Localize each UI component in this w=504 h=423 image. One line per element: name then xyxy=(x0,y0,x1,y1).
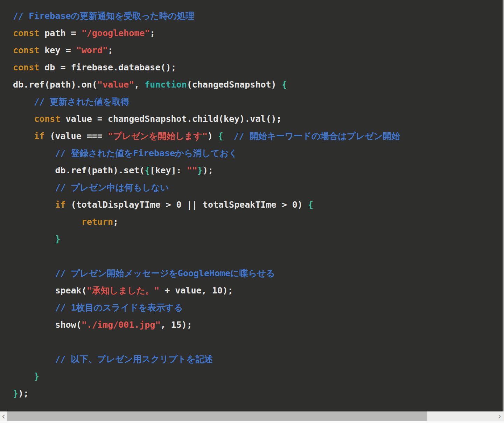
code-line[interactable]: const db = firebase.database(); xyxy=(13,59,501,76)
chevron-right-icon: › xyxy=(498,412,501,421)
code-line[interactable]: if (value === "プレゼンを開始します") { // 開始キーワード… xyxy=(13,127,501,145)
code-token: (value === xyxy=(44,131,108,141)
code-token: "プレゼンを開始します" xyxy=(108,131,208,141)
code-line[interactable] xyxy=(13,248,501,265)
code-token: , 15); xyxy=(160,320,192,330)
code-line[interactable]: } xyxy=(13,368,501,385)
code-line[interactable]: const value = changedSnapshot.child(key)… xyxy=(13,110,501,127)
code-token xyxy=(13,217,82,227)
code-token: show( xyxy=(13,320,82,330)
code-token xyxy=(223,131,234,141)
code-token: ); xyxy=(18,388,29,398)
code-token: } xyxy=(34,371,39,381)
code-token: return xyxy=(82,217,113,227)
code-token xyxy=(13,303,55,313)
code-line[interactable]: show("./img/001.jpg", 15); xyxy=(13,316,501,333)
code-line[interactable]: // Firebaseの更新通知を受取った時の処理 xyxy=(13,7,501,25)
code-token: [key]: xyxy=(150,165,187,175)
code-line[interactable]: } xyxy=(13,230,501,248)
code-line[interactable]: const key = "word"; xyxy=(13,42,501,59)
code-token: "word" xyxy=(76,45,108,55)
code-line[interactable]: db.ref(path).set({[key]: ""}); xyxy=(13,162,501,179)
code-line[interactable]: // プレゼン開始メッセージをGoogleHomeに喋らせる xyxy=(13,265,501,282)
code-token xyxy=(13,182,55,193)
scrollbar-thumb[interactable] xyxy=(7,411,427,421)
code-token xyxy=(13,354,55,364)
code-area[interactable]: // Firebaseの更新通知を受取った時の処理const path = "/… xyxy=(0,0,504,411)
scroll-left-button[interactable]: ‹ xyxy=(0,411,7,421)
code-token: const xyxy=(13,28,39,38)
code-token: } xyxy=(55,234,60,244)
horizontal-scrollbar[interactable]: ‹ › xyxy=(0,411,504,421)
code-token xyxy=(13,148,55,158)
code-token: ; xyxy=(108,45,113,55)
code-token xyxy=(13,268,55,278)
code-token: { xyxy=(218,131,223,141)
window-bottom-edge xyxy=(0,421,504,423)
code-token xyxy=(13,371,34,381)
code-token xyxy=(13,114,34,124)
code-token: // 更新された値を取得 xyxy=(34,97,130,107)
code-token xyxy=(13,200,55,210)
code-token: // プレゼン開始メッセージをGoogleHomeに喋らせる xyxy=(55,268,275,278)
code-token xyxy=(13,97,34,107)
code-line[interactable]: // 1枚目のスライドを表示する xyxy=(13,299,501,316)
code-token: path = xyxy=(39,28,81,38)
code-line[interactable]: return; xyxy=(13,213,501,230)
code-token: (changedSnapshot) xyxy=(187,79,282,90)
code-line[interactable]: }); xyxy=(13,385,501,402)
code-token: { xyxy=(308,200,313,210)
code-token xyxy=(13,131,34,141)
code-editor-window: // Firebaseの更新通知を受取った時の処理const path = "/… xyxy=(0,0,504,423)
code-token: ; xyxy=(113,217,118,227)
code-token: // 開始キーワードの場合はプレゼン開始 xyxy=(234,131,400,141)
code-token: "" xyxy=(187,165,197,175)
code-token: "value" xyxy=(97,79,134,90)
code-token: "承知しました。" xyxy=(87,285,159,296)
code-line[interactable]: const path = "/googlehome"; xyxy=(13,25,501,42)
code-token: const xyxy=(34,114,60,124)
code-token: ; xyxy=(150,28,155,38)
code-token: db.ref(path).on( xyxy=(13,79,97,90)
code-token: // 登録された値をFirebaseから消しておく xyxy=(55,148,237,158)
code-token: db.ref(path).set( xyxy=(13,165,145,175)
code-token: { xyxy=(145,165,150,175)
code-token: ); xyxy=(203,165,213,175)
code-token: "./img/001.jpg" xyxy=(82,320,161,330)
code-token: speak( xyxy=(13,285,87,296)
code-token: // 1枚目のスライドを表示する xyxy=(55,303,183,313)
code-token: const xyxy=(13,62,39,72)
code-token: + value, 10); xyxy=(159,285,233,296)
code-token: { xyxy=(282,79,287,90)
window-right-edge xyxy=(503,0,504,411)
code-line[interactable]: // プレゼン中は何もしない xyxy=(13,179,501,196)
code-line[interactable] xyxy=(13,333,501,351)
code-token: if xyxy=(55,200,65,210)
code-token: value = changedSnapshot.child(key).val()… xyxy=(60,114,281,124)
code-token: } xyxy=(13,388,18,398)
code-line[interactable]: // 登録された値をFirebaseから消しておく xyxy=(13,145,501,162)
code-token: (totalDisplayTIme > 0 || totalSpeakTIme … xyxy=(66,200,308,210)
code-token: const xyxy=(13,45,39,55)
code-token: function xyxy=(145,79,187,90)
code-token: // プレゼン中は何もしない xyxy=(55,182,169,193)
scrollbar-track[interactable]: › xyxy=(427,411,504,421)
chevron-left-icon: ‹ xyxy=(2,412,5,421)
code-line[interactable]: if (totalDisplayTIme > 0 || totalSpeakTI… xyxy=(13,196,501,213)
code-token: , xyxy=(134,79,145,90)
code-token: "/googlehome" xyxy=(82,28,150,38)
code-line[interactable]: // 以下、プレゼン用スクリプトを記述 xyxy=(13,351,501,368)
code-token: // Firebaseの更新通知を受取った時の処理 xyxy=(13,11,195,21)
code-token: if xyxy=(34,131,44,141)
code-line[interactable]: speak("承知しました。" + value, 10); xyxy=(13,282,501,299)
code-token: } xyxy=(197,165,203,175)
code-token: ) xyxy=(208,131,218,141)
code-line[interactable]: // 更新された値を取得 xyxy=(13,93,501,110)
code-token xyxy=(13,234,55,244)
code-token: db = firebase.database(); xyxy=(39,62,176,72)
code-token: // 以下、プレゼン用スクリプトを記述 xyxy=(55,354,213,364)
code-token: key = xyxy=(39,45,76,55)
code-line[interactable]: db.ref(path).on("value", function(change… xyxy=(13,76,501,93)
